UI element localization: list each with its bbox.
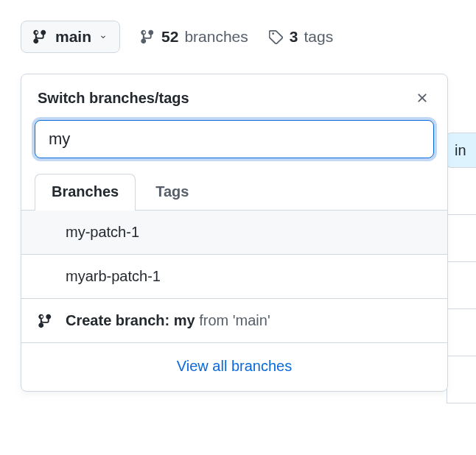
branch-result-item[interactable]: myarb-patch-1 — [21, 255, 447, 299]
background-file-rows — [447, 168, 476, 403]
popover-title: Switch branches/tags — [38, 90, 189, 107]
branches-label: branches — [184, 28, 248, 46]
background-commit-row: in — [447, 133, 476, 168]
git-branch-icon — [38, 314, 54, 328]
close-icon — [415, 91, 430, 105]
git-branch-icon — [33, 29, 48, 44]
tag-icon — [269, 29, 284, 44]
tab-branches[interactable]: Branches — [35, 174, 136, 211]
popover-header: Switch branches/tags — [21, 74, 447, 120]
create-branch-prefix: Create branch: — [66, 312, 174, 328]
branch-select-button[interactable]: main — [21, 21, 120, 53]
popover-tabs: Branches Tags — [21, 173, 447, 211]
branches-count: 52 — [161, 28, 178, 46]
create-branch-item[interactable]: Create branch: my from 'main' — [21, 299, 447, 343]
create-branch-from: from 'main' — [195, 312, 270, 328]
branch-switcher-popover: Switch branches/tags Branches Tags my-pa… — [21, 74, 448, 392]
branch-result-item[interactable]: my-patch-1 — [21, 211, 447, 255]
tags-count-link[interactable]: 3 tags — [269, 28, 333, 46]
bg-commit-text: in — [455, 142, 466, 159]
create-branch-name: my — [174, 312, 195, 328]
create-branch-text: Create branch: my from 'main' — [66, 312, 270, 329]
svg-point-0 — [272, 32, 274, 35]
tags-count: 3 — [290, 28, 298, 46]
branch-name: my-patch-1 — [66, 224, 139, 241]
repo-topbar: main 52 branches 3 tags — [0, 0, 476, 53]
branch-select-label: main — [55, 28, 91, 46]
search-wrap — [21, 120, 447, 173]
branch-results-list: my-patch-1 myarb-patch-1 Create branch: … — [21, 211, 447, 343]
close-button[interactable] — [412, 88, 433, 108]
caret-down-icon — [99, 32, 108, 41]
branch-search-input[interactable] — [35, 120, 434, 158]
tags-label: tags — [304, 28, 333, 46]
git-branch-icon — [141, 29, 155, 44]
branches-count-link[interactable]: 52 branches — [141, 28, 248, 46]
tab-tags[interactable]: Tags — [139, 174, 206, 211]
branch-name: myarb-patch-1 — [66, 268, 161, 285]
view-all-branches-link[interactable]: View all branches — [21, 343, 447, 391]
